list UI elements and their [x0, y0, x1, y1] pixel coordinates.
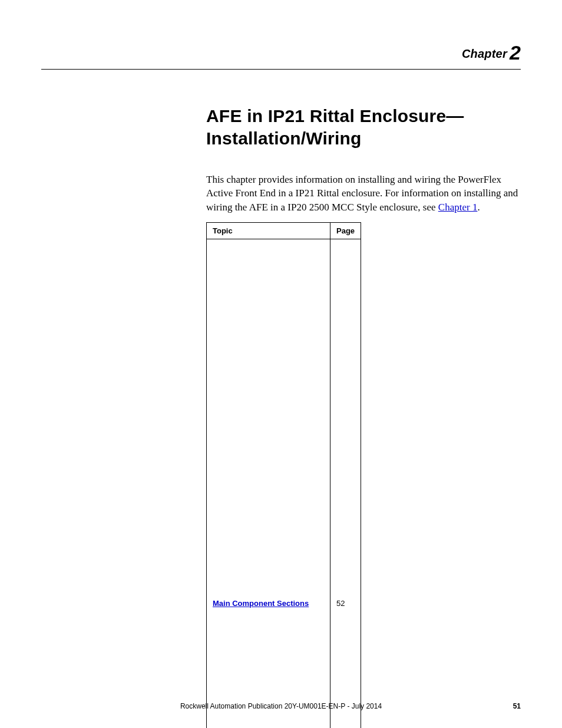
toc-row: Main Component Sections52 [207, 239, 361, 728]
page: Chapter2 AFE in IP21 Rittal Enclosure—In… [0, 0, 562, 728]
footer-publication: Rockwell Automation Publication 20Y-UM00… [65, 702, 497, 710]
intro-text-2: . [477, 202, 480, 213]
footer-page-number: 51 [497, 702, 521, 710]
toc-topic-cell: Main Component Sections [207, 239, 330, 728]
toc-header-row: Topic Page [207, 223, 361, 239]
chapter-number: 2 [510, 41, 521, 64]
toc-header-page: Page [330, 223, 361, 239]
content-column: AFE in IP21 Rittal Enclosure—Installatio… [206, 105, 521, 728]
toc-topic-link[interactable]: Main Component Sections [213, 599, 309, 608]
toc-table: Topic Page Main Component Sections52Main… [206, 222, 361, 728]
link-chapter-1[interactable]: Chapter 1 [438, 202, 478, 213]
page-title: AFE in IP21 Rittal Enclosure—Installatio… [206, 105, 521, 149]
chapter-label: Chapter2 [41, 41, 521, 64]
intro-paragraph: This chapter provides information on ins… [206, 173, 521, 214]
toc-page-cell: 52 [330, 239, 361, 728]
toc-header-topic: Topic [207, 223, 330, 239]
chapter-word: Chapter [462, 47, 507, 60]
page-footer: Rockwell Automation Publication 20Y-UM00… [41, 702, 521, 710]
rule-top [41, 69, 521, 70]
